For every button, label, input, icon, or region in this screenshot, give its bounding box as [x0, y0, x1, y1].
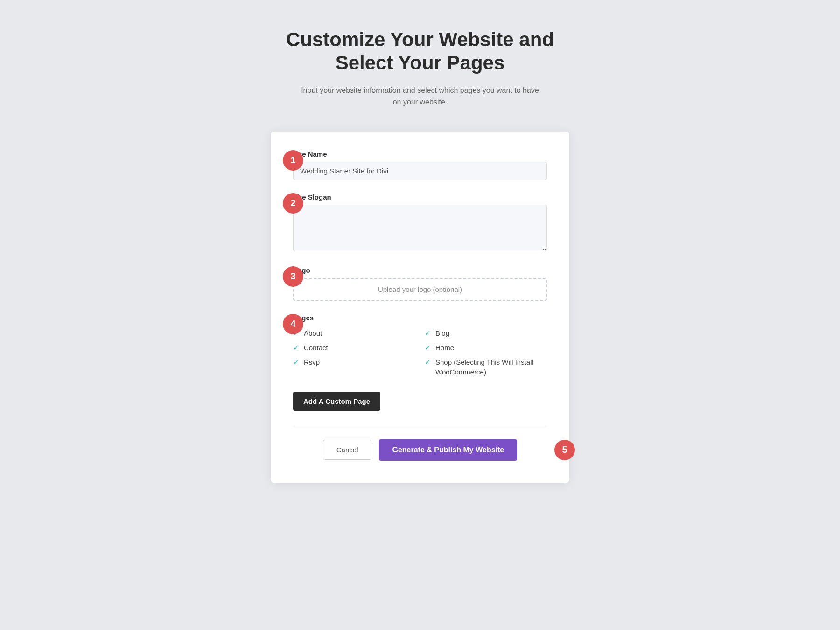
logo-label: Logo: [293, 266, 547, 274]
publish-button[interactable]: Generate & Publish My Website: [379, 439, 517, 461]
page-name: Contact: [304, 343, 328, 353]
list-item[interactable]: ✓ Blog: [425, 328, 547, 338]
step-1-badge: 1: [283, 150, 303, 171]
list-item[interactable]: ✓ Shop (Selecting This Will Install WooC…: [425, 357, 547, 377]
step-3-badge: 3: [283, 266, 303, 287]
check-icon: ✓: [425, 343, 431, 352]
step-2-badge: 2: [283, 193, 303, 214]
check-icon: ✓: [293, 343, 299, 352]
check-icon: ✓: [293, 358, 299, 367]
site-name-section: 1 Site Name: [293, 150, 547, 180]
cancel-button[interactable]: Cancel: [323, 440, 372, 460]
page-title: Customize Your Website andSelect Your Pa…: [286, 28, 554, 75]
check-icon: ✓: [425, 329, 431, 338]
page-header: Customize Your Website andSelect Your Pa…: [286, 28, 554, 108]
list-item[interactable]: ✓ Home: [425, 343, 547, 353]
site-name-input[interactable]: [293, 162, 547, 180]
list-item[interactable]: ✓ Rsvp: [293, 357, 415, 377]
page-name: Home: [435, 343, 454, 353]
logo-upload-text: Upload your logo (optional): [378, 285, 462, 293]
site-slogan-section: 2 Site Slogan: [293, 193, 547, 253]
page-name: About: [304, 328, 322, 338]
add-custom-page-button[interactable]: Add A Custom Page: [293, 392, 380, 411]
pages-grid: ✓ About ✓ Blog ✓ Contact ✓ Home ✓ Rsvp ✓: [293, 328, 547, 377]
page-name: Shop (Selecting This Will Install WooCom…: [435, 357, 547, 377]
site-slogan-label: Site Slogan: [293, 193, 547, 201]
list-item[interactable]: ✓ Contact: [293, 343, 415, 353]
check-icon: ✓: [425, 358, 431, 367]
step-4-badge: 4: [283, 314, 303, 334]
site-slogan-input[interactable]: [293, 205, 547, 251]
form-footer: Cancel Generate & Publish My Website 5: [293, 439, 547, 461]
divider: [293, 426, 547, 426]
page-name: Rsvp: [304, 357, 320, 367]
page-subtitle: Input your website information and selec…: [299, 84, 541, 108]
form-card: 1 Site Name 2 Site Slogan 3 Logo Upload …: [271, 132, 569, 483]
logo-upload-box[interactable]: Upload your logo (optional): [293, 278, 547, 301]
page-name: Blog: [435, 328, 449, 338]
pages-section: 4 Pages ✓ About ✓ Blog ✓ Contact ✓ Home …: [293, 314, 547, 377]
list-item[interactable]: ✓ About: [293, 328, 415, 338]
site-name-label: Site Name: [293, 150, 547, 158]
logo-section: 3 Logo Upload your logo (optional): [293, 266, 547, 301]
pages-label: Pages: [293, 314, 547, 322]
step-5-badge: 5: [554, 440, 575, 460]
